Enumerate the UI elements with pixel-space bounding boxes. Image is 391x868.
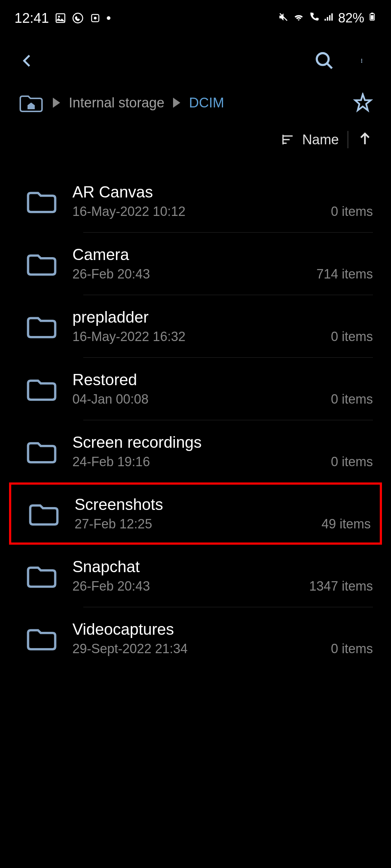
folder-date: 16-May-2022 16:32 bbox=[72, 329, 185, 344]
folder-item[interactable]: Videocaptures 29-Sept-2022 21:34 0 items bbox=[0, 607, 391, 669]
svg-rect-12 bbox=[371, 15, 374, 20]
battery-percent: 82% bbox=[338, 10, 364, 26]
folder-meta: 26-Feb 20:43 714 items bbox=[72, 267, 373, 282]
sort-button[interactable]: Name bbox=[281, 132, 339, 148]
folder-date: 04-Jan 00:08 bbox=[72, 392, 148, 407]
folder-meta: 04-Jan 00:08 0 items bbox=[72, 392, 373, 407]
folder-item[interactable]: Screenshots 27-Feb 12:25 49 items bbox=[9, 482, 382, 545]
svg-point-16 bbox=[361, 60, 362, 61]
folder-meta: 16-May-2022 10:12 0 items bbox=[72, 204, 373, 219]
folder-content: Screenshots 27-Feb 12:25 49 items bbox=[75, 495, 371, 532]
svg-point-17 bbox=[361, 62, 362, 63]
folder-count: 0 items bbox=[331, 392, 373, 407]
breadcrumb-row: Internal storage DCIM bbox=[0, 82, 391, 120]
folder-content: Screen recordings 24-Feb 19:16 0 items bbox=[72, 433, 373, 469]
folder-item[interactable]: Screen recordings 24-Feb 19:16 0 items bbox=[0, 420, 391, 482]
breadcrumb: Internal storage DCIM bbox=[18, 93, 224, 113]
folder-meta: 26-Feb 20:43 1347 items bbox=[72, 579, 373, 594]
folder-name: Restored bbox=[72, 371, 373, 389]
wifi-calling-icon bbox=[308, 10, 320, 26]
folder-icon bbox=[25, 188, 58, 214]
sort-label: Name bbox=[302, 132, 339, 148]
folder-name: Camera bbox=[72, 246, 373, 264]
sort-divider bbox=[348, 131, 348, 148]
status-bar: 12:41 82% bbox=[0, 0, 391, 33]
folder-count: 1347 items bbox=[309, 579, 373, 594]
folder-icon bbox=[25, 626, 58, 651]
folder-meta: 16-May-2022 16:32 0 items bbox=[72, 329, 373, 344]
svg-rect-8 bbox=[329, 15, 331, 21]
status-time: 12:41 bbox=[14, 10, 49, 26]
top-bar bbox=[0, 33, 391, 82]
folder-date: 26-Feb 20:43 bbox=[72, 579, 150, 594]
folder-icon bbox=[25, 376, 58, 401]
folder-name: Snapchat bbox=[72, 558, 373, 576]
folder-content: Camera 26-Feb 20:43 714 items bbox=[72, 246, 373, 282]
folder-item[interactable]: Camera 26-Feb 20:43 714 items bbox=[0, 233, 391, 295]
svg-point-2 bbox=[73, 13, 83, 23]
favorite-button[interactable] bbox=[353, 93, 373, 113]
folder-date: 29-Sept-2022 21:34 bbox=[72, 641, 188, 656]
whatsapp-icon bbox=[72, 12, 84, 24]
breadcrumb-separator-icon bbox=[173, 98, 180, 108]
svg-point-15 bbox=[361, 59, 362, 60]
folder-date: 26-Feb 20:43 bbox=[72, 267, 150, 282]
folder-icon bbox=[25, 439, 58, 464]
breadcrumb-current: DCIM bbox=[189, 95, 224, 111]
svg-rect-11 bbox=[371, 13, 373, 14]
folder-name: prepladder bbox=[72, 308, 373, 326]
folder-item[interactable]: AR Canvas 16-May-2022 10:12 0 items bbox=[0, 170, 391, 232]
folder-count: 0 items bbox=[331, 204, 373, 219]
folder-icon bbox=[25, 251, 58, 276]
folder-count: 0 items bbox=[331, 329, 373, 344]
folder-content: Videocaptures 29-Sept-2022 21:34 0 items bbox=[72, 620, 373, 656]
folder-icon bbox=[28, 501, 60, 526]
status-right: 82% bbox=[278, 10, 377, 26]
folder-date: 24-Feb 19:16 bbox=[72, 454, 150, 469]
folder-icon bbox=[25, 563, 58, 588]
folder-list: AR Canvas 16-May-2022 10:12 0 items Came… bbox=[0, 156, 391, 669]
folder-name: Videocaptures bbox=[72, 620, 373, 638]
svg-rect-7 bbox=[327, 17, 328, 21]
svg-point-4 bbox=[94, 17, 97, 20]
svg-rect-9 bbox=[331, 13, 333, 21]
svg-point-13 bbox=[317, 53, 329, 65]
status-left: 12:41 bbox=[14, 10, 110, 26]
breadcrumb-segment[interactable]: Internal storage bbox=[69, 95, 164, 111]
mute-icon bbox=[278, 10, 289, 26]
more-button[interactable] bbox=[353, 51, 373, 71]
notification-dot bbox=[107, 16, 110, 20]
folder-date: 16-May-2022 10:12 bbox=[72, 204, 185, 219]
folder-name: Screenshots bbox=[75, 495, 371, 514]
wifi-icon bbox=[293, 10, 305, 26]
svg-line-14 bbox=[327, 63, 332, 68]
folder-count: 0 items bbox=[331, 454, 373, 469]
signal-icon bbox=[324, 10, 335, 26]
search-button[interactable] bbox=[314, 51, 335, 71]
folder-date: 27-Feb 12:25 bbox=[75, 516, 152, 532]
folder-meta: 29-Sept-2022 21:34 0 items bbox=[72, 641, 373, 656]
folder-content: Snapchat 26-Feb 20:43 1347 items bbox=[72, 558, 373, 594]
folder-item[interactable]: prepladder 16-May-2022 16:32 0 items bbox=[0, 295, 391, 357]
sort-direction-button[interactable] bbox=[357, 131, 373, 148]
app-icon bbox=[89, 12, 101, 24]
battery-icon bbox=[368, 10, 377, 26]
sort-row: Name bbox=[0, 120, 391, 156]
breadcrumb-separator-icon bbox=[53, 98, 60, 108]
folder-item[interactable]: Restored 04-Jan 00:08 0 items bbox=[0, 358, 391, 420]
home-button[interactable] bbox=[18, 93, 44, 113]
folder-name: Screen recordings bbox=[72, 433, 373, 451]
folder-item[interactable]: Snapchat 26-Feb 20:43 1347 items bbox=[0, 545, 391, 607]
folder-count: 49 items bbox=[321, 516, 371, 532]
folder-content: Restored 04-Jan 00:08 0 items bbox=[72, 371, 373, 407]
image-icon bbox=[55, 12, 66, 24]
folder-count: 714 items bbox=[316, 267, 373, 282]
svg-rect-6 bbox=[324, 19, 326, 21]
folder-meta: 24-Feb 19:16 0 items bbox=[72, 454, 373, 469]
back-button[interactable] bbox=[18, 52, 36, 70]
svg-point-1 bbox=[58, 16, 60, 17]
folder-icon bbox=[25, 314, 58, 339]
folder-content: AR Canvas 16-May-2022 10:12 0 items bbox=[72, 183, 373, 219]
folder-count: 0 items bbox=[331, 641, 373, 656]
folder-meta: 27-Feb 12:25 49 items bbox=[75, 516, 371, 532]
